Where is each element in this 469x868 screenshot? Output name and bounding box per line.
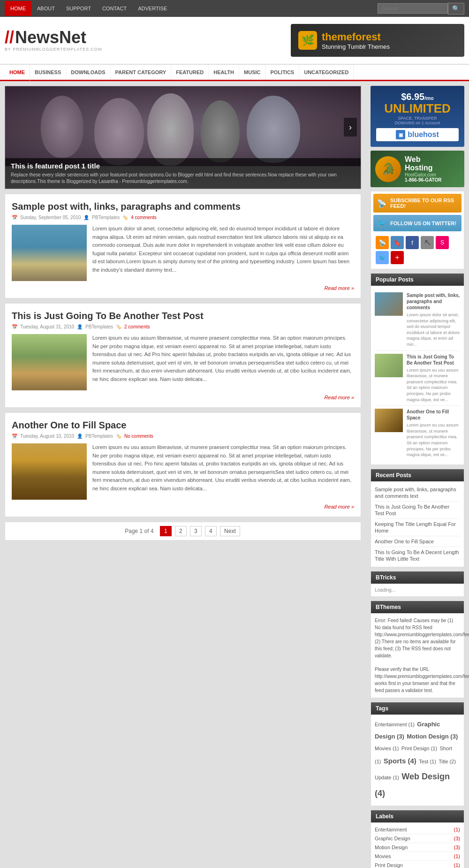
nav-home[interactable]: HOME [5,1,31,16]
recent-post-2-link[interactable]: This is Just Going To Be Another Test Po… [375,504,449,516]
post-3: Another One to Fill Space 📅 Tuesday, Aug… [5,412,361,517]
tag-icon-3: 🏷️ [116,434,121,439]
tag-sports[interactable]: Sports (4) [384,757,416,765]
cat-business[interactable]: BUSINESS [30,65,66,80]
plus-icon[interactable]: + [391,251,404,264]
recent-post-5-link[interactable]: This Is Going To Be A Decent Length Titl… [375,549,459,562]
pp2-title[interactable]: This is Just Going To Be Another Test Po… [407,354,460,366]
post-2-title-link[interactable]: This is Just Going To Be Another Test Po… [12,311,204,321]
btricks-widget: BTricks Loading... [371,571,464,597]
post-3-text: Lorem ipsum eu usu assum liberavisse, ut… [92,443,354,500]
nav-advertise[interactable]: ADVERTISE [132,1,173,16]
search-box: 🔍 [378,3,464,15]
page-3-link[interactable]: 3 [190,526,202,536]
cat-featured[interactable]: FEATURED [171,65,209,80]
delicious-icon[interactable]: 🔖 [391,236,404,249]
cat-downloads[interactable]: DOWNLOADS [66,65,110,80]
header-advertisement[interactable]: 🌿 themeforest Stunning Tumblr Themes [291,24,464,57]
post-2-read-more-link[interactable]: Read more » [324,395,354,400]
featured-slider[interactable]: This is featured post 1 title Replace th… [5,86,361,189]
cat-home[interactable]: HOME [5,65,30,81]
stumble-icon[interactable]: S [436,236,449,249]
author-icon: 👤 [83,215,89,220]
pp3-thumb [375,409,403,432]
cat-music[interactable]: MUSIC [239,65,265,80]
nav-links: HOME ABOUT SUPPORT CONTACT ADVERTISE [5,1,173,16]
bluehost-name: bluehost [408,130,439,139]
featured-overlay: This is featured post 1 title Replace th… [5,158,361,189]
post-3-comments[interactable]: No comments [124,434,153,439]
content-area: This is featured post 1 title Replace th… [5,86,361,868]
rss-social-icon[interactable]: 📡 [376,236,389,249]
post-1-read-more: Read more » [12,285,354,291]
main-content: This is featured post 1 title Replace th… [0,81,469,868]
bthemes-widget: BThemes Error: Feed failed! Causes may b… [371,601,464,698]
cat-politics[interactable]: POLITICS [265,65,299,80]
cat-parent[interactable]: PARENT CATEGORY [111,65,172,80]
hostgator-ad[interactable]: 🐊 Web Hosting HostGator.com 1-866-96-GAT… [371,151,464,187]
calendar-icon: 📅 [12,215,17,220]
post-2-text: Lorem ipsum eu usu assum liberavisse, ut… [92,334,354,390]
calendar-icon-2: 📅 [12,324,17,329]
bluehost-brand: ▣ bluehost [376,128,459,141]
post-1-content: Lorem ipsum dolor sit amet, consectetur … [12,225,354,281]
tags-body: Entertainment (1) Graphic Design (3) Mot… [371,715,464,806]
page-4-link[interactable]: 4 [205,526,217,536]
tag-title[interactable]: Title (2) [439,759,456,764]
recent-post-4-link[interactable]: Another One to Fill Space [375,539,434,544]
recent-post-1: Sample post with, links, paragraphs and … [375,484,460,502]
btricks-body: Loading... [371,584,464,596]
tag-print-design[interactable]: Print Design (1) [401,746,437,751]
page-2-link[interactable]: 2 [175,526,187,536]
cat-uncategorized[interactable]: UNCATEGORIZED [299,65,354,80]
featured-next-arrow[interactable]: › [344,118,357,137]
social-icons: 📡 🔖 f ⛏ S 🐦 + [371,234,464,269]
page-next-link[interactable]: Next [220,526,240,536]
tag-entertainment[interactable]: Entertainment (1) [375,722,415,727]
pp1-desc: Lorem ipsum dolor sit amet, consectetur … [407,312,460,348]
label-graphic-design: Graphic Design(3) [375,834,460,843]
search-button[interactable]: 🔍 [448,3,464,15]
post-3-read-more-link[interactable]: Read more » [324,504,354,510]
hostgator-title2: Hosting [405,164,442,172]
nav-contact[interactable]: CONTACT [97,1,132,16]
hostgator-phone: 1-866-96-GATOR [405,177,442,183]
recent-post-1-link[interactable]: Sample post with, links, paragraphs and … [375,487,456,499]
pp1-title[interactable]: Sample post with, links, paragraphs and … [407,292,460,311]
tag-test[interactable]: Test (1) [419,759,436,764]
post-2-author: PBTemplates [85,324,113,329]
bthemes-title: BThemes [371,601,464,613]
twitter-social-icon[interactable]: 🐦 [376,251,389,264]
tag-update[interactable]: Update (1) [375,775,399,780]
pp3-title[interactable]: Another One to Fill Space [407,409,460,421]
post-1-read-more-link[interactable]: Read more » [324,285,354,291]
tag-movies[interactable]: Movies (1) [375,746,399,751]
post-1-date: Sunday, September 05, 2010 [20,215,81,220]
post-2-comments[interactable]: 2 comments [124,324,150,329]
digg-icon[interactable]: ⛏ [421,236,434,249]
cat-health[interactable]: HEALTH [209,65,239,80]
facebook-icon[interactable]: f [406,236,419,249]
popular-posts-body: Sample post with, links, paragraphs and … [371,286,464,464]
top-navigation: HOME ABOUT SUPPORT CONTACT ADVERTISE 🔍 [0,0,469,17]
post-1-comments[interactable]: 4 comments [131,215,156,220]
bluehost-ad[interactable]: $6.95/mo UNLIMITED SPACE, TRANSFERDOMAIN… [371,86,464,147]
recent-post-3-link[interactable]: Keeping The Title Length Equal For Home [375,521,456,533]
rss-button[interactable]: 📡 SUBSCRIBE TO OUR RSS FEED! [373,194,461,213]
twitter-button[interactable]: 🐦 FOLLOW US ON TWITTER! [373,215,461,231]
rss-icon: 📡 [377,199,386,208]
post-1-title-link[interactable]: Sample post with, links, paragraphs and … [12,201,241,212]
post-3-title-link[interactable]: Another One to Fill Space [12,420,126,430]
post-3-date: Tuesday, August 10, 2010 [20,434,74,439]
recent-post-4: Another One to Fill Space [375,536,460,547]
nav-about[interactable]: ABOUT [31,1,61,16]
tag-icon-2: 🏷️ [116,324,121,329]
tag-motion-design[interactable]: Motion Design (3) [407,733,458,740]
pp1-thumb [375,292,403,316]
nav-support[interactable]: SUPPORT [61,1,97,16]
pp2-text: This is Just Going To Be Another Test Po… [407,354,460,403]
post-3-thumb [12,443,87,500]
tags-widget: Tags Entertainment (1) Graphic Design (3… [371,702,464,806]
search-input[interactable] [378,3,448,14]
site-logo: // NewsNet BY PREMIUMBLOGGERTEMPLATES.CO… [5,29,102,52]
